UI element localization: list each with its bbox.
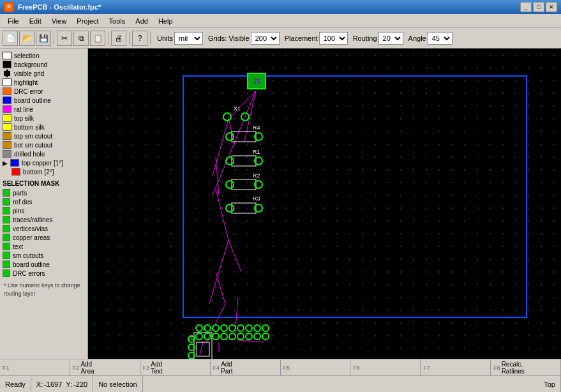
mask-pins[interactable]: pins xyxy=(1,206,86,215)
mask-sm-cutouts[interactable]: sm cutouts xyxy=(1,251,86,260)
menu-view[interactable]: View xyxy=(47,16,72,26)
f8-key[interactable]: F8 Recalc.Ratlines xyxy=(491,359,561,375)
mask-pins-check[interactable] xyxy=(3,207,10,215)
grids-label: Grids: Visible xyxy=(208,34,250,42)
mask-ref-des[interactable]: ref des xyxy=(1,197,86,206)
mask-parts-label: parts xyxy=(13,190,27,197)
mask-text-check[interactable] xyxy=(3,243,10,250)
cut-button[interactable]: ✂ xyxy=(57,31,72,46)
window-controls[interactable]: _ □ ✕ xyxy=(520,2,557,12)
layer-bottom-silk[interactable]: bottom silk xyxy=(1,123,86,132)
mask-copper-areas[interactable]: copper areas xyxy=(1,233,86,242)
layer-board-outline[interactable]: board outline xyxy=(1,96,86,105)
copy-button[interactable]: ⧉ xyxy=(73,31,89,46)
print-button[interactable]: 🖨 xyxy=(111,31,126,46)
mask-vertices-check[interactable] xyxy=(3,225,10,232)
f6-key[interactable]: F6 xyxy=(350,359,421,375)
status-layer-text: Top xyxy=(544,381,555,388)
open-button[interactable]: 📂 xyxy=(19,31,34,46)
layer-top-sm[interactable]: top sm cutout xyxy=(1,132,86,140)
layer-bottom[interactable]: bottom [2°] xyxy=(1,167,86,176)
layer-rat-line-label: rat line xyxy=(14,106,33,113)
mask-ref-des-check[interactable] xyxy=(3,198,10,206)
f7-label: F7 xyxy=(423,365,430,371)
grids-select[interactable]: 200 100 50 xyxy=(251,32,280,45)
minimize-button[interactable]: _ xyxy=(520,2,532,12)
top-silk-swatch xyxy=(3,114,11,122)
mask-parts-check[interactable] xyxy=(3,189,10,197)
placement-select[interactable]: 100 50 xyxy=(319,32,348,45)
status-bar: Ready X: -1697 Y: -220 No selection Top xyxy=(0,375,561,392)
menu-tools[interactable]: Tools xyxy=(104,16,131,26)
layer-visible-grid-label: visible grid xyxy=(14,70,44,77)
mask-traces[interactable]: traces/ratlines xyxy=(1,215,86,224)
units-label: Units xyxy=(157,34,173,42)
layer-drilled-hole[interactable]: drilled hole xyxy=(1,149,86,158)
j1-component[interactable]: J1 xyxy=(247,73,266,89)
f7-key[interactable]: F7 xyxy=(421,359,491,375)
mask-parts[interactable]: parts xyxy=(1,188,86,197)
layer-top-silk[interactable]: top silk xyxy=(1,114,86,123)
layer-bot-sm[interactable]: bot sm cutout xyxy=(1,140,86,149)
f8-num: F8 xyxy=(493,365,500,371)
canvas-area[interactable]: X1 R4 R1 R2 R3 J3 xyxy=(88,49,561,359)
mask-vertices-label: vertices/vias xyxy=(13,225,48,232)
f3-num: F3 xyxy=(143,365,150,371)
layer-top-silk-label: top silk xyxy=(14,115,34,122)
mask-vertices[interactable]: vertices/vias xyxy=(1,224,86,233)
layer-drc-error[interactable]: DRC error xyxy=(1,87,86,96)
help-button[interactable]: ? xyxy=(132,31,147,46)
layer-arrow: ▶ xyxy=(3,160,8,167)
f5-key[interactable]: F5 xyxy=(281,359,351,375)
menu-project[interactable]: Project xyxy=(71,16,103,26)
status-x-label: X: xyxy=(36,381,43,388)
mask-copper-areas-label: copper areas xyxy=(13,234,50,241)
layer-rat-line[interactable]: rat line xyxy=(1,105,86,114)
close-button[interactable]: ✕ xyxy=(546,2,557,12)
toolbar-sep1 xyxy=(54,32,54,45)
layer-visible-grid[interactable]: visible grid xyxy=(1,69,86,78)
highlight-swatch xyxy=(3,79,11,86)
top-copper-swatch xyxy=(10,159,19,167)
menu-bar: File Edit View Project Tools Add Help xyxy=(0,14,561,28)
f2-label: AddArea xyxy=(80,361,94,375)
mask-traces-check[interactable] xyxy=(3,216,10,223)
background-swatch xyxy=(3,61,11,68)
maximize-button[interactable]: □ xyxy=(533,2,544,12)
paste-button[interactable]: 📋 xyxy=(90,31,105,46)
window-title: FreePCB - Oscillator.fpc* xyxy=(18,3,101,11)
app-icon: P xyxy=(4,2,14,12)
save-button[interactable]: 💾 xyxy=(36,31,51,46)
mask-text[interactable]: text xyxy=(1,242,86,251)
menu-help[interactable]: Help xyxy=(153,16,178,26)
layer-drc-error-label: DRC error xyxy=(14,88,43,95)
mask-sm-cutouts-check[interactable] xyxy=(3,252,10,259)
layer-selection[interactable]: selection xyxy=(1,51,86,60)
f3-key[interactable]: F3 AddText xyxy=(140,359,211,375)
status-coords: X: -1697 Y: -220 xyxy=(31,376,93,392)
f1-label: F1 xyxy=(3,365,10,371)
mask-board-outline-check[interactable] xyxy=(3,260,10,268)
menu-add[interactable]: Add xyxy=(130,16,153,26)
layer-background[interactable]: background xyxy=(1,60,86,69)
f1-key[interactable]: F1 xyxy=(0,359,70,375)
menu-file[interactable]: File xyxy=(3,16,24,26)
layer-bottom-label: bottom [2°] xyxy=(23,169,54,176)
f2-key[interactable]: F2 AddArea xyxy=(70,359,140,375)
f4-key[interactable]: F4 AddPart xyxy=(211,359,281,375)
angle-select[interactable]: 45 90 xyxy=(428,32,453,45)
mask-board-outline[interactable]: board outline xyxy=(1,260,86,269)
visible-grid-swatch xyxy=(3,70,11,77)
units-select[interactable]: mil mm xyxy=(174,32,203,45)
mask-drc-errors[interactable]: DRC errors xyxy=(1,269,86,278)
mask-drc-errors-check[interactable] xyxy=(3,269,10,277)
mask-copper-areas-check[interactable] xyxy=(3,234,10,241)
menu-edit[interactable]: Edit xyxy=(24,16,47,26)
layer-top-copper-label: top copper [1°] xyxy=(22,160,63,167)
layer-highlight[interactable]: highlight xyxy=(1,78,86,87)
routing-select[interactable]: 20 10 xyxy=(378,32,403,45)
new-button[interactable]: 📄 xyxy=(3,31,18,46)
layer-top-copper[interactable]: ▶ top copper [1°] xyxy=(1,158,86,167)
bottom-swatch xyxy=(11,168,20,176)
f8-label: Recalc.Ratlines xyxy=(502,361,525,375)
